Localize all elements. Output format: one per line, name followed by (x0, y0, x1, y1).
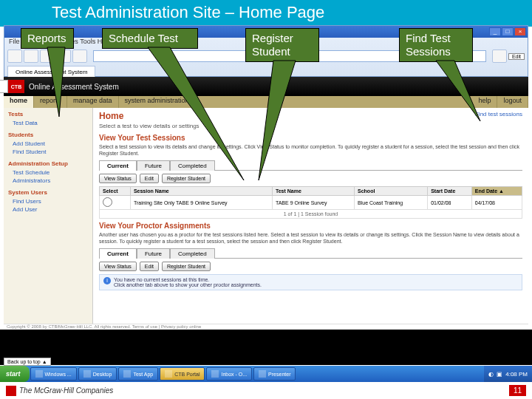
content-area: Tests Test Data Students Add Student Fin… (4, 108, 528, 330)
nav-add-user[interactable]: Add User (8, 205, 88, 214)
nav-administrators[interactable]: Administrators (8, 177, 88, 185)
view-status-button[interactable]: View Status (99, 174, 137, 183)
start-button[interactable]: start (0, 366, 30, 382)
col-select[interactable]: Select (100, 187, 131, 196)
app-icon (259, 370, 266, 378)
browser-window: _ □ × File Edit View Favorites Tools Hel… (4, 25, 528, 77)
close-button[interactable]: × (514, 27, 526, 36)
sessions-table: Select Session Name Test Name School Sta… (99, 186, 522, 210)
find-test-sessions-link[interactable]: Find test sessions (475, 111, 522, 117)
sessions-tab-completed[interactable]: Completed (170, 160, 215, 171)
slide-number: 11 (509, 385, 526, 396)
cell-start: 01/02/08 (428, 196, 472, 210)
tab-system-admin[interactable]: system administration (119, 96, 196, 108)
slide-title: Test Administration Site – Home Page (0, 0, 532, 27)
black-bar (0, 330, 532, 365)
sessions-tab-current[interactable]: Current (99, 160, 137, 171)
address-bar[interactable] (93, 50, 486, 62)
tab-reports[interactable]: reports (34, 96, 67, 108)
page-subhead: Select a test to view details or setting… (99, 123, 522, 129)
proctor-tab-current[interactable]: Current (99, 248, 137, 259)
footer-brand-text: The McGraw·Hill Companies (19, 386, 113, 395)
ctb-logo: CTB (8, 80, 24, 93)
proctor-empty-info: i You have no current sessions at this t… (99, 274, 522, 290)
app-icon (165, 370, 172, 378)
stop-button[interactable] (40, 50, 55, 63)
brand-text: Online Assessment System (29, 83, 119, 91)
nav-add-student[interactable]: Add Student (8, 140, 88, 148)
nav-test-data[interactable]: Test Data (8, 119, 88, 127)
info-icon: i (103, 277, 111, 284)
home-button[interactable] (72, 50, 87, 63)
task-item[interactable]: Desktop (78, 367, 117, 381)
proctor-tabs: Current Future Completed (99, 248, 522, 259)
proctor-tab-future[interactable]: Future (137, 248, 170, 259)
windows-taskbar: start Windows ... Desktop Test App CTB P… (0, 366, 532, 382)
sessions-blurb: Select a test session to view its detail… (99, 143, 522, 157)
slide-footer: The McGraw·Hill Companies 11 (0, 382, 532, 399)
minimize-button[interactable]: _ (489, 27, 501, 36)
app-icon (123, 370, 131, 378)
tray-icon[interactable]: ◐ (488, 371, 494, 378)
sessions-tabs: Current Future Completed (99, 160, 522, 171)
sessions-tab-future[interactable]: Future (137, 160, 170, 171)
logo-mark (6, 386, 16, 396)
app-icon (83, 370, 91, 378)
go-button[interactable] (492, 50, 507, 63)
col-start-date[interactable]: Start Date (428, 187, 472, 196)
app-icon (35, 370, 43, 378)
refresh-button[interactable] (56, 50, 71, 63)
tab-logout[interactable]: logout (497, 96, 528, 108)
main-panel: Find test sessions Home Select a test to… (92, 108, 528, 330)
proctor-heading: View Your Proctor Assignments (99, 222, 522, 230)
col-end-date[interactable]: End Date ▲ (471, 187, 522, 196)
proctor-toolbar: View Status Edit Register Student (99, 262, 522, 271)
browser-menubar[interactable]: File Edit View Favorites Tools Help (4, 38, 528, 48)
col-school[interactable]: School (355, 187, 428, 196)
row-select-radio[interactable] (103, 197, 112, 207)
proctor-tab-completed[interactable]: Completed (170, 248, 215, 259)
col-session-name[interactable]: Session Name (130, 187, 272, 196)
nav-test-schedule[interactable]: Test Schedule (8, 168, 88, 177)
proctor-view-status-button[interactable]: View Status (99, 262, 137, 271)
proctor-register-student-button[interactable]: Register Student (162, 262, 211, 271)
proctor-blurb: Another user has chosen you as a proctor… (99, 231, 522, 245)
tab-home[interactable]: home (4, 96, 34, 108)
task-item[interactable]: Test App (118, 367, 158, 381)
brand-bar: CTB Online Assessment System (4, 77, 528, 96)
back-to-top-button[interactable]: Back up to top ▲ (4, 358, 51, 366)
mcgraw-hill-logo: The McGraw·Hill Companies (6, 386, 113, 396)
forward-button[interactable] (24, 50, 38, 63)
nav-find-users[interactable]: Find Users (8, 197, 88, 205)
task-item[interactable]: Inbox - O... (206, 367, 252, 381)
browser-tab[interactable]: Online Assessment System (7, 66, 95, 78)
task-item[interactable]: Windows ... (30, 367, 77, 381)
proctor-edit-button[interactable]: Edit (140, 262, 159, 271)
cell-school: Blue Coast Training (355, 196, 428, 210)
back-button[interactable] (7, 50, 22, 63)
system-tray[interactable]: ◐ ▣ 4:08 PM (484, 366, 532, 382)
register-student-button[interactable]: Register Student (162, 174, 211, 183)
clock: 4:08 PM (505, 371, 528, 378)
primary-nav: home reports manage data system administ… (4, 96, 528, 108)
info-line2: Click another tab above to show your oth… (114, 282, 262, 287)
app-icon (211, 370, 219, 378)
info-line1: You have no current sessions at this tim… (114, 277, 262, 282)
edit-badge[interactable]: Edit (508, 53, 525, 60)
task-item[interactable]: CTB Portal (160, 367, 205, 381)
browser-toolbar: Edit (4, 48, 528, 64)
nav-find-student[interactable]: Find Student (8, 148, 88, 156)
task-item[interactable]: Presenter (253, 367, 296, 381)
edit-session-button[interactable]: Edit (140, 174, 159, 183)
cell-session-name: Training Site Only TABE 9 Online Survey (130, 196, 272, 210)
tab-manage-data[interactable]: manage data (67, 96, 119, 108)
table-row[interactable]: Training Site Only TABE 9 Online Survey … (100, 196, 522, 210)
tab-help[interactable]: help (472, 96, 497, 108)
sessions-heading: View Your Test Sessions (99, 134, 522, 142)
tray-icon[interactable]: ▣ (497, 371, 502, 378)
maximize-button[interactable]: □ (502, 27, 514, 36)
sessions-pager: 1 of 1 | 1 Session found (99, 210, 522, 219)
nav-group-tests: Tests (8, 111, 88, 117)
titlebar: _ □ × (4, 26, 528, 38)
col-test-name[interactable]: Test Name (272, 187, 354, 196)
